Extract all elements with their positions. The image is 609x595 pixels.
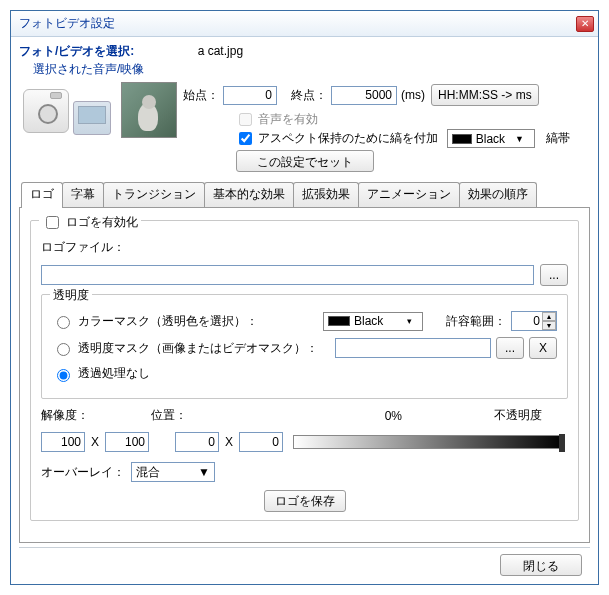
photo-video-settings-window: フォトビデオ設定 ✕ フォト/ビデオを選択: a cat.jpg 選択された音声… [10,10,599,585]
start-input[interactable] [223,86,277,105]
color-swatch-icon [328,316,350,326]
overlay-label: オーバーレイ： [41,464,125,481]
res-height-input[interactable] [105,432,149,452]
tab-subtitle[interactable]: 字幕 [62,182,104,207]
set-row: この設定でセット [19,150,590,172]
tab-logo[interactable]: ロゴ [21,182,63,208]
save-logo-button[interactable]: ロゴを保存 [264,490,346,512]
tabstrip: ロゴ 字幕 トランジション 基本的な効果 拡張効果 アニメーション 効果の順序 [19,182,590,207]
start-label: 始点： [183,87,219,104]
audio-enable-label: 音声を有効 [258,111,318,128]
transparency-group-title: 透明度 [50,287,92,304]
no-transparency-row: 透過処理なし [52,365,557,382]
media-area: 始点： 終点： (ms) HH:MM:SS -> ms 音声を有効 アスペクト保… [19,80,590,148]
alpha-mask-clear-button[interactable]: X [529,337,557,359]
media-thumbnails [19,80,183,138]
slider-handle-icon[interactable] [559,434,565,452]
logo-file-input[interactable] [41,265,534,285]
alpha-mask-input[interactable] [335,338,491,358]
opacity-slider[interactable] [293,435,564,449]
no-transparency-label: 透過処理なし [78,365,150,382]
apply-settings-button[interactable]: この設定でセット [236,150,374,172]
pos-y-input[interactable] [239,432,283,452]
alpha-mask-browse-button[interactable]: ... [496,337,524,359]
mask-color-value: Black [354,314,383,328]
time-row: 始点： 終点： (ms) HH:MM:SS -> ms [183,84,590,106]
tab-transition[interactable]: トランジション [103,182,205,207]
chevron-down-icon[interactable]: ▼ [509,133,530,145]
media-select-header: フォト/ビデオを選択: a cat.jpg 選択された音声/映像 [19,43,590,78]
logo-enable-title: ロゴを有効化 [39,213,141,232]
camera-icon [23,89,69,133]
end-label: 終点： [291,87,327,104]
close-button[interactable]: 閉じる [500,554,582,576]
window-title: フォトビデオ設定 [15,15,576,32]
chevron-down-icon: ▼ [198,465,210,479]
color-mask-label: カラーマスク（透明色を選択）： [78,313,258,330]
logo-enable-group: ロゴを有効化 ロゴファイル： ... 透明度 カラーマスク（透明色を選択）： [30,220,579,521]
media-controls: 始点： 終点： (ms) HH:MM:SS -> ms 音声を有効 アスペクト保… [183,80,590,148]
aspect-border-label: アスペクト保持のために縞を付加 [258,130,438,147]
filename-label: a cat.jpg [198,44,243,58]
monitor-icon [73,101,111,135]
selected-media-sub: 選択された音声/映像 [33,61,590,78]
overlay-row: オーバーレイ： 混合 ▼ [41,462,568,482]
aspect-border-row: アスペクト保持のために縞を付加 Black ▼ 縞帯 [235,129,590,148]
convert-time-button[interactable]: HH:MM:SS -> ms [431,84,539,106]
tolerance-input[interactable] [512,312,542,330]
select-media-label: フォト/ビデオを選択: [19,44,134,58]
transparency-group: 透明度 カラーマスク（透明色を選択）： Black ▾ 許容範囲： [41,294,568,399]
logo-browse-button[interactable]: ... [540,264,568,286]
alpha-mask-radio[interactable] [57,343,70,356]
no-transparency-radio[interactable] [57,369,70,382]
res-width-input[interactable] [41,432,85,452]
tab-ext-fx[interactable]: 拡張効果 [293,182,359,207]
logo-file-row: ロゴファイル： [41,239,568,256]
media-thumbnail[interactable] [121,82,177,138]
ms-label: (ms) [401,88,425,102]
aspect-border-checkbox[interactable] [239,132,252,145]
opacity-label: 不透明度 [494,407,542,424]
x-label-2: X [225,435,233,449]
chevron-down-icon[interactable]: ▾ [401,315,418,327]
color-mask-row: カラーマスク（透明色を選択）： Black ▾ 許容範囲： ▲ ▼ [52,311,557,331]
resolution-label: 解像度： [41,407,89,424]
stripe-label: 縞帯 [546,130,570,147]
tolerance-label: 許容範囲： [446,313,506,330]
close-icon[interactable]: ✕ [576,16,594,32]
mask-color-select[interactable]: Black ▾ [323,312,423,331]
end-input[interactable] [331,86,397,105]
x-label: X [91,435,99,449]
overlay-mode-select[interactable]: 混合 ▼ [131,462,215,482]
opacity-zero-label: 0% [385,409,402,423]
tab-fx-order[interactable]: 効果の順序 [459,182,537,207]
tab-animation[interactable]: アニメーション [358,182,460,207]
window-body: フォト/ビデオを選択: a cat.jpg 選択された音声/映像 始点： 終点：… [11,37,598,584]
position-label: 位置： [151,407,187,424]
audio-enable-row: 音声を有効 [235,110,590,129]
logo-panel: ロゴを有効化 ロゴファイル： ... 透明度 カラーマスク（透明色を選択）： [19,207,590,543]
color-swatch-icon [452,134,472,144]
logo-file-input-row: ... [41,264,568,286]
alpha-mask-label: 透明度マスク（画像またはビデオマスク）： [78,340,318,357]
stripe-color-value: Black [476,132,505,146]
logo-enable-label: ロゴを有効化 [66,214,138,231]
overlay-mode-value: 混合 [136,464,198,481]
tolerance-spinner[interactable]: ▲ ▼ [511,311,557,331]
spinner-down-icon[interactable]: ▼ [542,321,556,330]
stripe-color-select[interactable]: Black ▼ [447,129,535,148]
logo-enable-checkbox[interactable] [46,216,59,229]
resolution-position-row: 解像度： 位置： 0% 不透明度 [41,407,568,424]
spinner-up-icon[interactable]: ▲ [542,312,556,321]
titlebar: フォトビデオ設定 ✕ [11,11,598,37]
pos-x-input[interactable] [175,432,219,452]
audio-enable-checkbox [239,113,252,126]
footer: 閉じる [19,547,590,580]
color-mask-radio[interactable] [57,316,70,329]
logo-file-label: ロゴファイル： [41,239,125,256]
tab-basic-fx[interactable]: 基本的な効果 [204,182,294,207]
resolution-inputs-row: X X [41,432,568,452]
alpha-mask-row: 透明度マスク（画像またはビデオマスク）： ... X [52,337,557,359]
save-logo-row: ロゴを保存 [41,490,568,512]
